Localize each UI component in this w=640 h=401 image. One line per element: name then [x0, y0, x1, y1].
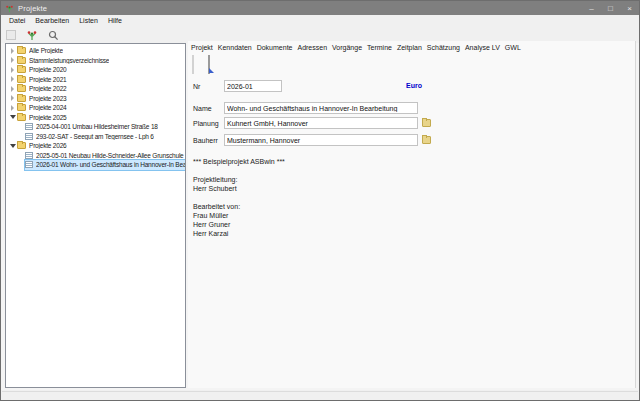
tab-analyse-lv[interactable]: Analyse LV: [465, 44, 500, 51]
tree-item-label: 2025-05-01 Neubau Hilde-Schneider-Allee …: [36, 152, 184, 159]
menu-bearbeiten[interactable]: Bearbeiten: [30, 15, 74, 27]
folder-icon: [17, 85, 26, 92]
planung-lookup-folder-icon[interactable]: [422, 119, 431, 127]
description-line: Frau Müller: [193, 211, 635, 220]
properties-icon: [5, 29, 17, 41]
tab-adressen[interactable]: Adressen: [297, 44, 327, 51]
tab-vorgaenge[interactable]: Vorgänge: [332, 44, 362, 51]
tree-item[interactable]: 293-02-SAT - Seegut am Tegernsee - Lph 6: [6, 132, 185, 142]
project-document-icon: [25, 133, 33, 140]
tree-item[interactable]: Projekte 2020: [6, 65, 185, 75]
app-icon: [5, 4, 14, 13]
form-row-bauherr: Bauherr: [193, 134, 635, 146]
description-line: [193, 166, 635, 175]
window-title: Projekte: [18, 4, 47, 13]
tree-item-label: Projekte 2020: [29, 66, 67, 73]
tab-zeitplan[interactable]: Zeitplan: [397, 44, 422, 51]
project-form: Nr Euro Name Planung Bauherr: [193, 80, 635, 146]
name-input[interactable]: [224, 102, 418, 114]
nr-input[interactable]: [224, 80, 282, 92]
tree-item[interactable]: Stammleistungsverzeichnisse: [6, 56, 185, 66]
tree-item-label: 2026-01 Wohn- und Geschäftshaus in Hanno…: [36, 161, 185, 168]
chevron-down-icon[interactable]: [9, 114, 16, 121]
project-document-icon: [25, 161, 33, 168]
tree-item-label: 2025-04-001 Umbau Hildesheimer Straße 18: [36, 123, 158, 130]
planung-label: Planung: [193, 120, 224, 127]
tree-item-label: 293-02-SAT - Seegut am Tegernsee - Lph 6: [36, 133, 154, 140]
text-module-icon[interactable]: [208, 56, 218, 66]
content-area: Alle Projekte Stammleistungsverzeichniss…: [1, 43, 639, 390]
tree-item-label: Projekte 2026: [29, 142, 67, 149]
bauherr-label: Bauherr: [193, 137, 224, 144]
new-project-icon[interactable]: [26, 29, 38, 41]
tree-item[interactable]: 2025-04-001 Umbau Hildesheimer Straße 18: [6, 122, 185, 132]
tree-item[interactable]: Alle Projekte: [6, 46, 185, 56]
search-icon[interactable]: [47, 29, 59, 41]
tree-item[interactable]: Projekte 2022: [6, 84, 185, 94]
tree-item[interactable]: Projekte 2024: [6, 103, 185, 113]
title-bar: Projekte – □ ×: [1, 1, 639, 15]
app-window: Projekte – □ × Datei Bearbeiten Listen H…: [0, 0, 640, 401]
menu-listen[interactable]: Listen: [74, 15, 103, 27]
tab-termine[interactable]: Termine: [367, 44, 392, 51]
folder-icon: [17, 47, 26, 54]
project-tree: Alle Projekte Stammleistungsverzeichniss…: [5, 43, 186, 388]
tree-item[interactable]: Projekte 2021: [6, 75, 185, 85]
tree-item-label: Projekte 2021: [29, 76, 67, 83]
name-label: Name: [193, 105, 224, 112]
menu-bar: Datei Bearbeiten Listen Hilfe: [1, 15, 639, 27]
menu-hilfe[interactable]: Hilfe: [103, 15, 127, 27]
close-button[interactable]: ×: [620, 1, 639, 15]
description-line: [193, 193, 635, 202]
project-document-icon: [25, 152, 33, 159]
tree-item[interactable]: Projekte 2026: [6, 141, 185, 151]
folder-icon: [17, 95, 26, 102]
tab-schaetzung[interactable]: Schätzung: [427, 44, 460, 51]
folder-icon: [17, 142, 26, 149]
form-toolbar: [188, 53, 635, 66]
tree-item-selected[interactable]: 2026-01 Wohn- und Geschäftshaus in Hanno…: [6, 160, 185, 170]
project-document-icon: [25, 123, 33, 130]
tree-item-label: Projekte 2025: [29, 114, 67, 121]
planung-input[interactable]: [224, 117, 418, 129]
tree-item-label: Stammleistungsverzeichnisse: [29, 57, 109, 64]
description-line: Herr Schubert: [193, 184, 635, 193]
minimize-button[interactable]: –: [582, 1, 601, 15]
print-icon: [192, 56, 202, 66]
description-line: *** Beispielprojekt ASBwin ***: [193, 157, 635, 166]
description-line: Herr Karzai: [193, 229, 635, 238]
bauherr-lookup-folder-icon[interactable]: [422, 136, 431, 144]
description-line: Herr Gruner: [193, 220, 635, 229]
tree-item-label: Projekte 2023: [29, 95, 67, 102]
menu-datei[interactable]: Datei: [4, 15, 30, 27]
folder-icon: [17, 104, 26, 111]
maximize-button[interactable]: □: [601, 1, 620, 15]
tree-item-label: Projekte 2024: [29, 104, 67, 111]
tab-projekt[interactable]: Projekt: [191, 44, 213, 51]
tree-item[interactable]: Projekte 2025: [6, 113, 185, 123]
folder-icon: [17, 114, 26, 121]
tab-gwl[interactable]: GWL: [505, 44, 521, 51]
chevron-down-icon[interactable]: [9, 142, 16, 149]
description-area[interactable]: *** Beispielprojekt ASBwin *** Projektle…: [193, 157, 635, 238]
chevron-right-icon[interactable]: [9, 85, 16, 92]
tab-bar: Projekt Kenndaten Dokumente Adressen Vor…: [188, 41, 635, 53]
currency-label: Euro: [406, 82, 422, 89]
tab-kenndaten[interactable]: Kenndaten: [218, 44, 252, 51]
chevron-right-icon[interactable]: [9, 47, 16, 54]
tree-item-label: Projekte 2022: [29, 85, 67, 92]
folder-icon: [17, 66, 26, 73]
chevron-right-icon[interactable]: [9, 76, 16, 83]
folder-icon: [17, 76, 26, 83]
tree-item-label: Alle Projekte: [29, 47, 63, 54]
bauherr-input[interactable]: [224, 134, 418, 146]
form-row-name: Name: [193, 102, 635, 114]
chevron-right-icon[interactable]: [9, 104, 16, 111]
tab-dokumente[interactable]: Dokumente: [257, 44, 293, 51]
chevron-right-icon[interactable]: [9, 57, 16, 64]
description-line: Projektleitung:: [193, 175, 635, 184]
chevron-right-icon[interactable]: [9, 66, 16, 73]
tree-item[interactable]: Projekte 2023: [6, 94, 185, 104]
chevron-right-icon[interactable]: [9, 95, 16, 102]
tree-item[interactable]: 2025-05-01 Neubau Hilde-Schneider-Allee …: [6, 151, 185, 161]
